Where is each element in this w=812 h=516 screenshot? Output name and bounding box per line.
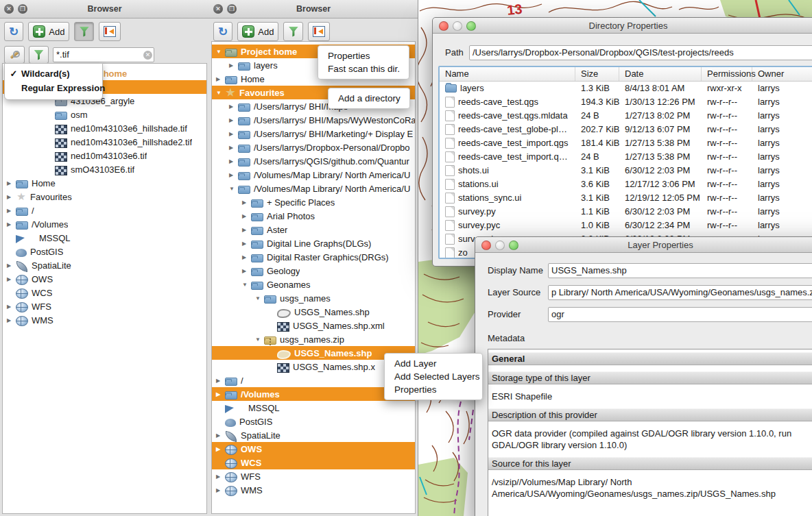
tree-item[interactable]: ▶Home (3, 176, 206, 190)
expand-arrow[interactable]: ▼ (216, 90, 225, 96)
table-row[interactable]: reeds-cave_test_import.q…24 B1/27/13 5:3… (440, 150, 812, 164)
menu-item[interactable]: Add Selected Layers (385, 370, 482, 383)
expand-arrow[interactable]: ▶ (242, 241, 251, 247)
table-row[interactable]: layers1.3 KiB8/4/13 8:01 AMrwxr-xr-xlarr… (440, 82, 812, 95)
tree-item[interactable]: ▶/Users/larrys/ BHI/Marketing/+ Display … (212, 127, 415, 140)
refresh-button[interactable]: ↻ (4, 22, 23, 41)
menu-item[interactable]: Add Layer (385, 357, 482, 370)
filter-toggle-button[interactable] (74, 22, 94, 41)
menu-item[interactable]: Add a directory (329, 92, 409, 105)
refresh-button[interactable]: ↻ (213, 22, 232, 41)
zoom-icon[interactable] (466, 21, 476, 31)
expand-arrow[interactable]: ▶ (216, 487, 225, 493)
expand-arrow[interactable]: ▼ (229, 186, 238, 192)
table-row[interactable]: reeds-cave_test_globe-pl…202.7 KiB9/12/1… (440, 123, 812, 136)
expand-arrow[interactable]: ▶ (216, 474, 225, 480)
tree-item[interactable]: USGS_Names.shp.xml (212, 319, 415, 332)
metadata-box[interactable]: GeneralStorage type of this layerESRI Sh… (488, 349, 812, 516)
tree-item[interactable]: ned10m43103e6_hillshade.tif (3, 121, 206, 135)
expand-arrow[interactable]: ▶ (216, 446, 225, 452)
table-row[interactable]: stations_sync.ui3.1 KiB12/19/12 12:05 PM… (440, 191, 812, 205)
expand-arrow[interactable]: ▶ (7, 262, 16, 269)
close-icon[interactable]: ✕ (4, 4, 14, 14)
tree-item[interactable]: ▼/Volumes/Map Library/ North America/U (212, 182, 415, 195)
tree-item[interactable]: ▶Arial Photos (212, 209, 415, 223)
tree-item[interactable]: osm (3, 108, 206, 121)
tree-item[interactable]: PostGIS (212, 415, 415, 428)
dialog-titlebar[interactable]: Layer Properties (475, 237, 812, 253)
close-icon[interactable]: ✕ (213, 4, 223, 14)
directory-file-table[interactable]: NameSizeDatePermissionsOwnerlayers1.3 Ki… (438, 66, 812, 259)
table-row[interactable]: stations.ui3.6 KiB12/17/12 3:06 PMrw-r--… (440, 177, 812, 191)
close-icon[interactable] (481, 241, 491, 250)
tree-item[interactable]: ▶/Users/larrys/Dropbox-Personal/Dropbo (212, 140, 415, 154)
tree-item[interactable]: ▶/ (3, 204, 206, 217)
table-row[interactable]: reeds-cave_test_import.qgs181.4 KiB1/27/… (440, 136, 812, 150)
expand-arrow[interactable]: ▶ (229, 172, 238, 178)
expand-arrow[interactable]: ▶ (242, 213, 251, 219)
expand-arrow[interactable]: ▶ (7, 208, 16, 214)
tree-item[interactable]: ▶WMS (212, 483, 415, 497)
clear-filter-icon[interactable]: ✕ (143, 51, 152, 60)
tree-item[interactable]: ▶/Volumes/Map Library/ North America/U (212, 168, 415, 182)
column-header[interactable]: Date (619, 67, 702, 81)
expand-arrow[interactable]: ▶ (7, 194, 16, 200)
expand-arrow[interactable]: ▶ (7, 180, 16, 186)
table-row[interactable]: survey.pyc1.0 KiB6/30/12 2:34 PMrw-r--r-… (440, 219, 812, 232)
column-header[interactable]: Name (440, 67, 575, 81)
table-row[interactable]: survey.py1.1 KiB6/30/12 2:03 PMrw-r--r--… (440, 205, 812, 219)
tree-item[interactable]: ▶WMS (3, 313, 206, 327)
tree-item[interactable]: USGS_Names.shp (212, 305, 415, 319)
tree-item[interactable]: ▼usgs_names.zip (212, 332, 415, 346)
collapse-tree-button[interactable] (99, 22, 121, 41)
dialog-titlebar[interactable]: Directory Properties (433, 18, 812, 34)
add-button[interactable]: Add (237, 22, 278, 41)
apply-filter-button[interactable] (29, 46, 49, 64)
expand-arrow[interactable]: ▶ (229, 158, 238, 164)
tree-item[interactable]: WCS (212, 456, 415, 469)
tree-item[interactable]: PostGIS (3, 245, 206, 258)
expand-arrow[interactable]: ▶ (229, 145, 238, 151)
tree-item[interactable]: ▼usgs_names (212, 291, 415, 305)
expand-arrow[interactable]: ▶ (7, 304, 16, 310)
float-icon[interactable]: ❐ (18, 4, 27, 14)
table-row[interactable]: shots.ui3.1 KiB6/30/12 2:03 PMrw-r--r--l… (440, 164, 812, 177)
expand-arrow[interactable]: ▶ (7, 317, 16, 323)
tree-item[interactable]: ▶Aster (212, 223, 415, 236)
expand-arrow[interactable]: ▼ (242, 282, 251, 288)
path-input[interactable]: /Users/larrys/Dropbox-Personal/Dropbox/Q… (469, 45, 812, 60)
expand-arrow[interactable]: ▶ (242, 254, 251, 260)
expand-arrow[interactable]: ▶ (216, 391, 225, 397)
tree-item[interactable]: WCS (3, 286, 206, 299)
tree-item[interactable]: ▶WFS (3, 299, 206, 313)
collapse-tree-button[interactable] (308, 22, 330, 41)
expand-arrow[interactable]: ▶ (7, 276, 16, 282)
tree-item[interactable]: ▶+ Specific Places (212, 195, 415, 209)
menu-item[interactable]: Properties (385, 383, 482, 396)
menu-item[interactable]: Fast scan this dir. (318, 62, 409, 75)
tree-item[interactable]: ▶WFS (212, 469, 415, 483)
tree-item[interactable]: ▶/Volumes (3, 217, 206, 231)
menu-item[interactable]: Properties (318, 49, 409, 62)
expand-arrow[interactable]: ▶ (229, 117, 238, 123)
table-row[interactable]: reeds-cave_test.qgs.mldata24 B1/27/13 8:… (440, 109, 812, 123)
tree-item[interactable]: ▶Digital Line Graphs(DLGs) (212, 236, 415, 250)
minimize-icon[interactable] (495, 241, 505, 250)
field-input[interactable]: USGS_Names.shp (548, 263, 812, 278)
expand-arrow[interactable]: ▶ (242, 268, 251, 274)
expand-arrow[interactable]: ▶ (7, 221, 16, 228)
expand-arrow[interactable]: ▶ (229, 131, 238, 137)
tree-item[interactable]: ▶OWS (212, 442, 415, 456)
tree-item[interactable]: ▶★Favourites (3, 190, 206, 204)
tree-item[interactable]: ▶SpatiaLite (3, 258, 206, 272)
field-input[interactable]: ogr (548, 307, 812, 322)
tree-item[interactable]: ▶Geology (212, 264, 415, 278)
tree-item[interactable]: ned10m43103e6.tif (3, 149, 206, 162)
tree-item[interactable]: ▶/Users/larrys/ BHI/Maps/WyWestonCoRa (212, 113, 415, 127)
tree-item[interactable]: ▶Digital Raster Graphics(DRGs) (212, 250, 415, 264)
tree-item[interactable]: ▼Geonames (212, 278, 415, 291)
column-header[interactable]: Owner (752, 67, 812, 81)
expand-arrow[interactable]: ▼ (255, 295, 264, 302)
filter-toggle-button[interactable] (283, 22, 303, 41)
tree-item[interactable]: ▶OWS (3, 272, 206, 286)
